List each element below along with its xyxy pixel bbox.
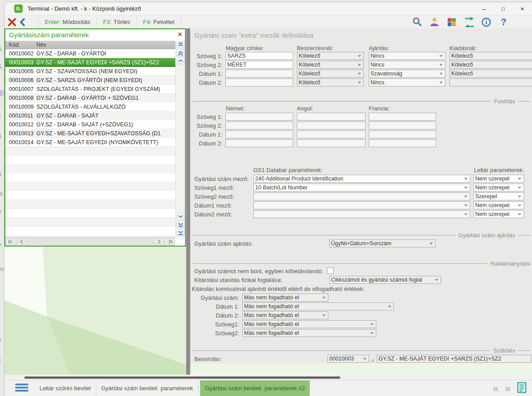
table-row-empty[interactable] — [5, 147, 175, 156]
table-row[interactable]: 00010003GY.SZ - ME-SAJÁT EGYEDI +SARZS (… — [5, 58, 175, 67]
foglalas-dropdown[interactable]: Cikkszámot és gyártási számot foglal — [329, 276, 441, 284]
table-row-empty[interactable] — [5, 173, 175, 182]
table-row[interactable]: 00010009SZOLGÁLTATÁS - ALVÁLLALKOZÓ — [5, 102, 175, 111]
document-list-icon[interactable] — [517, 382, 527, 395]
scroll-page-up-icon[interactable] — [177, 49, 185, 56]
nav-last-icon[interactable] — [165, 238, 174, 245]
translation-input[interactable] — [297, 139, 366, 147]
table-row-empty[interactable] — [5, 182, 175, 191]
leltar-dropdown[interactable]: Nem szerepel — [473, 201, 524, 209]
magyar-cimke-input[interactable]: MÉRET — [225, 61, 293, 69]
table-row-empty[interactable] — [5, 227, 175, 235]
table-row[interactable]: 00010011GY.SZ - DARAB - SAJÁT — [5, 111, 175, 120]
table-row-empty[interactable] — [5, 191, 175, 200]
ajanlas-dropdown[interactable]: Ügyfél+Dátum+Sorszám — [329, 239, 436, 247]
gs1-dropdown[interactable]: 240 Additional Product Identification — [253, 175, 470, 183]
raktar-dropdown[interactable]: Más nem fogadható el — [242, 320, 376, 328]
ajanlas-dropdown[interactable]: Nincs — [369, 61, 445, 69]
toolbar-button-enter[interactable]: Enter:Módosítás — [38, 16, 97, 28]
table-row-empty[interactable] — [5, 156, 175, 165]
table-row[interactable]: 00010006GY.SZ - SARZS GYÁRTÓI (NEM EGYED… — [5, 76, 175, 85]
magyar-cimke-input[interactable] — [225, 78, 293, 86]
translation-input[interactable] — [297, 122, 366, 129]
beszerzesnel-dropdown[interactable]: Kötelező — [297, 52, 364, 60]
toolbar-close-icon[interactable] — [7, 17, 17, 29]
besorolas-name-field[interactable]: GY.SZ - ME-SAJÁT EGYEDI +SARZS (SZ1)+SZ2 — [377, 355, 531, 363]
raktar-dropdown[interactable]: Más nem fogadható el — [242, 302, 394, 310]
table-row[interactable]: 00010012GY.SZ - DARAB - SAJÁT (+SZÖVEG1) — [5, 120, 175, 129]
list-panel-close-icon[interactable]: × — [178, 31, 182, 39]
panel-splitter[interactable] — [186, 28, 190, 375]
table-row-empty[interactable] — [5, 209, 175, 218]
nav-next-icon[interactable] — [154, 238, 164, 245]
ajanlas-dropdown[interactable]: Nincs — [369, 52, 445, 60]
magyar-cimke-input[interactable]: SARZS — [225, 52, 293, 60]
nav-first-icon[interactable] — [6, 238, 16, 245]
minimize-button[interactable]: – — [481, 5, 488, 12]
maximize-button[interactable]: □ — [500, 6, 507, 12]
next-page-icon[interactable]: » — [505, 383, 511, 394]
previous-page-icon[interactable]: « — [493, 383, 498, 394]
gs1-dropdown[interactable]: 10 Batch/Lot Number — [253, 184, 470, 192]
translation-input[interactable] — [297, 130, 366, 138]
translation-input[interactable] — [225, 139, 293, 147]
nem-bont-checkbox[interactable] — [327, 267, 334, 274]
table-row-empty[interactable] — [5, 218, 175, 227]
besorolas-grip[interactable] — [370, 358, 374, 362]
table-row[interactable]: 00010007SZOLGÁLTATÁS - PROJEKT (EGYEDI G… — [5, 85, 175, 94]
transfer-icon[interactable] — [464, 17, 474, 27]
back-icon[interactable] — [19, 18, 25, 28]
raktar-dropdown[interactable]: Más nem fogadható el — [242, 329, 376, 337]
besorolas-code-dropdown[interactable]: 00010003 — [327, 355, 369, 363]
gs1-dropdown[interactable] — [253, 192, 470, 200]
translation-input[interactable] — [225, 113, 293, 121]
leltar-dropdown[interactable]: Nem szerepel — [473, 175, 524, 183]
table-row[interactable]: 00010008GY.SZ - DARAB - GYÁRTÓI + SZÖVEG… — [5, 94, 175, 102]
horizontal-scrollbar-thumb[interactable] — [24, 376, 340, 379]
help-icon[interactable]: ? — [498, 17, 509, 27]
kiadasnal-field[interactable]: Kötelező — [449, 61, 532, 69]
table-row[interactable]: 00010013GY.SZ - ME-SAJÁT EGYEDI+SZAVATOS… — [5, 129, 175, 138]
ajanlas-dropdown[interactable]: Nincs — [369, 78, 445, 86]
translation-input[interactable] — [369, 122, 436, 129]
toolbar-button-f3[interactable]: F3:Törlés — [97, 16, 137, 28]
translation-input[interactable] — [225, 130, 293, 138]
search-icon[interactable] — [412, 17, 422, 27]
gs1-dropdown[interactable] — [253, 210, 470, 218]
leltar-dropdown[interactable]: Szerepel — [473, 192, 524, 200]
info-icon[interactable] — [481, 17, 492, 27]
kiadasnal-field[interactable]: Kötelező — [449, 70, 532, 78]
translation-input[interactable] — [369, 113, 436, 121]
translation-input[interactable] — [297, 113, 366, 121]
nav-previous-icon[interactable] — [17, 238, 27, 245]
close-button[interactable]: × — [519, 5, 526, 12]
kiadasnal-field[interactable] — [449, 78, 532, 86]
scroll-page-down-icon[interactable] — [177, 221, 185, 228]
raktar-dropdown[interactable]: Más nem fogadható el — [242, 294, 328, 302]
translation-input[interactable] — [225, 122, 293, 129]
ajanlas-dropdown[interactable]: Szavatosság — [369, 70, 445, 78]
toolbar-button-f4[interactable]: F4:Felvétel — [137, 16, 181, 28]
scroll-up-icon[interactable] — [177, 57, 185, 64]
table-row-empty[interactable] — [5, 200, 175, 209]
table-row[interactable]: 00010002GY.SZ - DARAB - GYÁRTÓI — [5, 49, 175, 58]
kiadasnal-field[interactable]: Kötelező — [449, 52, 532, 60]
beszerzesnel-dropdown[interactable]: Kötelező — [297, 70, 364, 78]
menu-icon[interactable] — [15, 384, 28, 393]
table-row[interactable]: 00010005GY.SZ - SZAVATOSSÁG (NEM EGYEDI) — [5, 67, 175, 76]
gs1-dropdown[interactable] — [253, 201, 470, 209]
scroll-top-icon[interactable] — [177, 41, 185, 48]
table-row-empty[interactable] — [5, 165, 175, 173]
list-scrollbar[interactable] — [175, 41, 185, 237]
modules-icon[interactable] — [446, 17, 457, 27]
scroll-down-icon[interactable] — [177, 213, 185, 220]
tab-2[interactable]: Gyártási szám beviteli paraméterek #2 — [200, 380, 310, 396]
tab-0[interactable]: Leltár szűrés bevitel — [35, 380, 96, 396]
leltar-dropdown[interactable]: Nem szerepel — [473, 184, 524, 192]
tab-1[interactable]: Gyártási szám beviteli paraméterek — [96, 380, 198, 396]
leltar-dropdown[interactable]: Nem szerepel — [473, 210, 524, 218]
beszerzesnel-dropdown[interactable]: Kötelező — [297, 78, 364, 86]
column-header-nev[interactable]: Név — [36, 42, 46, 48]
column-header-kod[interactable]: Kód — [9, 42, 19, 48]
translation-input[interactable] — [369, 130, 436, 138]
